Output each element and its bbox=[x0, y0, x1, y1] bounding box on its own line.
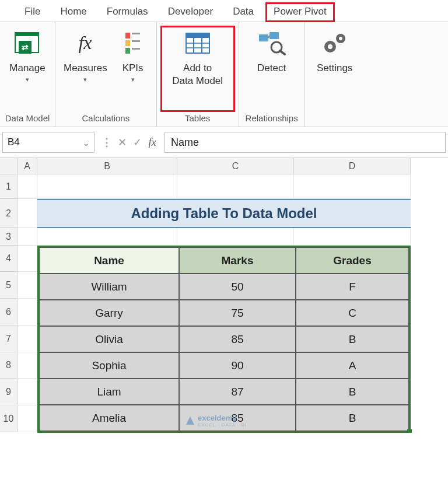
table-cell[interactable]: 90 bbox=[179, 352, 296, 379]
table-cell[interactable]: 85 bbox=[179, 326, 296, 352]
enter-icon[interactable]: ✓ bbox=[131, 136, 144, 149]
cell[interactable] bbox=[18, 228, 37, 246]
cell[interactable] bbox=[18, 246, 37, 272]
table-cell[interactable]: F bbox=[296, 274, 409, 300]
tab-file[interactable]: File bbox=[16, 2, 48, 22]
col-head-d[interactable]: D bbox=[294, 158, 411, 174]
cell[interactable] bbox=[18, 174, 37, 199]
svg-line-19 bbox=[268, 36, 270, 38]
svg-rect-6 bbox=[125, 40, 130, 46]
cell[interactable] bbox=[18, 199, 37, 228]
col-head-b[interactable]: B bbox=[37, 158, 177, 174]
table-cell[interactable]: A bbox=[296, 352, 409, 379]
measures-button[interactable]: fx Measures ▾ bbox=[59, 26, 112, 112]
cell[interactable] bbox=[37, 228, 177, 246]
watermark-tagline: EXCEL · DATA · BI bbox=[198, 422, 247, 428]
cell[interactable] bbox=[18, 272, 37, 299]
row-head-4[interactable]: 4 bbox=[0, 246, 18, 272]
gear-icon bbox=[321, 29, 349, 57]
cell[interactable] bbox=[177, 174, 294, 199]
tab-power-pivot[interactable]: Power Pivot bbox=[265, 2, 335, 22]
cell[interactable] bbox=[18, 406, 37, 432]
svg-rect-12 bbox=[186, 33, 209, 38]
col-head-c[interactable]: C bbox=[177, 158, 294, 174]
svg-line-21 bbox=[280, 51, 285, 54]
detect-button[interactable]: Detect bbox=[243, 26, 301, 112]
cell[interactable] bbox=[37, 174, 177, 199]
manage-button[interactable]: ⇄ Manage ▾ bbox=[4, 26, 51, 112]
ribbon-group-tables: Add to Data Model Tables bbox=[157, 22, 239, 127]
table-cell[interactable]: 50 bbox=[179, 274, 296, 300]
row-head-10[interactable]: 10 bbox=[0, 406, 18, 432]
formula-controls: ⋮ ✕ ✓ fx bbox=[98, 136, 161, 149]
row-head-7[interactable]: 7 bbox=[0, 326, 18, 352]
svg-point-25 bbox=[339, 37, 342, 40]
measures-label: Measures bbox=[64, 62, 107, 75]
ribbon-group-calculations: fx Measures ▾ KPIs bbox=[55, 22, 157, 127]
cell[interactable] bbox=[18, 352, 37, 379]
svg-rect-17 bbox=[259, 34, 268, 41]
row-head-6[interactable]: 6 bbox=[0, 299, 18, 326]
selection-handle[interactable] bbox=[407, 429, 412, 433]
svg-rect-18 bbox=[270, 32, 279, 39]
table-cell[interactable]: 75 bbox=[179, 300, 296, 326]
tab-home[interactable]: Home bbox=[52, 2, 94, 22]
cell-reference: B4 bbox=[8, 136, 20, 148]
cell[interactable] bbox=[18, 379, 37, 405]
row-head-2[interactable]: 2 bbox=[0, 199, 18, 228]
name-box[interactable]: B4 ⌄ bbox=[2, 132, 94, 153]
tab-developer[interactable]: Developer bbox=[160, 2, 222, 22]
svg-rect-7 bbox=[125, 48, 130, 54]
table-cell[interactable]: C bbox=[296, 300, 409, 326]
svg-rect-1 bbox=[15, 33, 38, 36]
manage-icon: ⇄ bbox=[13, 29, 41, 57]
row-head-5[interactable]: 5 bbox=[0, 272, 18, 299]
chevron-down-icon: ▾ bbox=[26, 76, 29, 83]
worksheet-grid[interactable]: A B C D 1 2 Adding Table To Data Model 3… bbox=[0, 158, 448, 433]
table-cell[interactable]: Sophia bbox=[39, 352, 179, 379]
table-header-marks[interactable]: Marks bbox=[179, 247, 296, 274]
cell[interactable] bbox=[294, 228, 411, 246]
cancel-icon[interactable]: ✕ bbox=[116, 136, 128, 149]
table-cell[interactable]: 87 bbox=[179, 379, 296, 405]
chevron-down-icon[interactable]: ⌄ bbox=[83, 139, 89, 148]
row-head-3[interactable]: 3 bbox=[0, 228, 18, 246]
table-cell[interactable]: Amelia bbox=[39, 405, 179, 431]
row-head-9[interactable]: 9 bbox=[0, 379, 18, 405]
table-cell[interactable]: Liam bbox=[39, 379, 179, 405]
tab-data[interactable]: Data bbox=[225, 2, 262, 22]
svg-rect-8 bbox=[132, 33, 140, 34]
cell[interactable] bbox=[177, 228, 294, 246]
table-cell[interactable]: B bbox=[296, 326, 409, 352]
selected-table-range[interactable]: Name Marks Grades William 50 F Garry 75 … bbox=[37, 246, 411, 433]
table-cell[interactable]: B bbox=[296, 405, 409, 431]
cell[interactable] bbox=[18, 299, 37, 326]
row-head-8[interactable]: 8 bbox=[0, 352, 18, 379]
table-cell[interactable]: B bbox=[296, 379, 409, 405]
cell[interactable] bbox=[294, 174, 411, 199]
svg-text:⇄: ⇄ bbox=[22, 43, 29, 52]
fx-icon[interactable]: fx bbox=[146, 136, 159, 149]
select-all-corner[interactable] bbox=[0, 158, 18, 174]
settings-button[interactable]: Settings bbox=[309, 26, 361, 112]
formula-bar: B4 ⌄ ⋮ ✕ ✓ fx Name bbox=[0, 127, 448, 158]
col-head-a[interactable]: A bbox=[18, 158, 37, 174]
title-banner[interactable]: Adding Table To Data Model bbox=[37, 199, 411, 228]
table-header-name[interactable]: Name bbox=[39, 247, 179, 274]
cell[interactable] bbox=[18, 326, 37, 352]
settings-label: Settings bbox=[317, 62, 352, 75]
table-cell[interactable]: William bbox=[39, 274, 179, 300]
detect-icon bbox=[258, 29, 286, 57]
tab-formulas[interactable]: Formulas bbox=[99, 2, 156, 22]
kpis-button[interactable]: KPIs ▾ bbox=[113, 26, 153, 112]
add-to-data-model-button[interactable]: Add to Data Model bbox=[160, 26, 235, 112]
table-header-grades[interactable]: Grades bbox=[296, 247, 409, 274]
svg-text:fx: fx bbox=[79, 32, 92, 53]
svg-point-23 bbox=[328, 44, 332, 49]
formula-input[interactable]: Name bbox=[164, 132, 446, 153]
chevron-down-icon: ▾ bbox=[131, 76, 135, 83]
row-head-1[interactable]: 1 bbox=[0, 174, 18, 199]
table-cell[interactable]: Olivia bbox=[39, 326, 179, 352]
table-cell[interactable]: Garry bbox=[39, 300, 179, 326]
kpis-label: KPIs bbox=[123, 62, 144, 75]
